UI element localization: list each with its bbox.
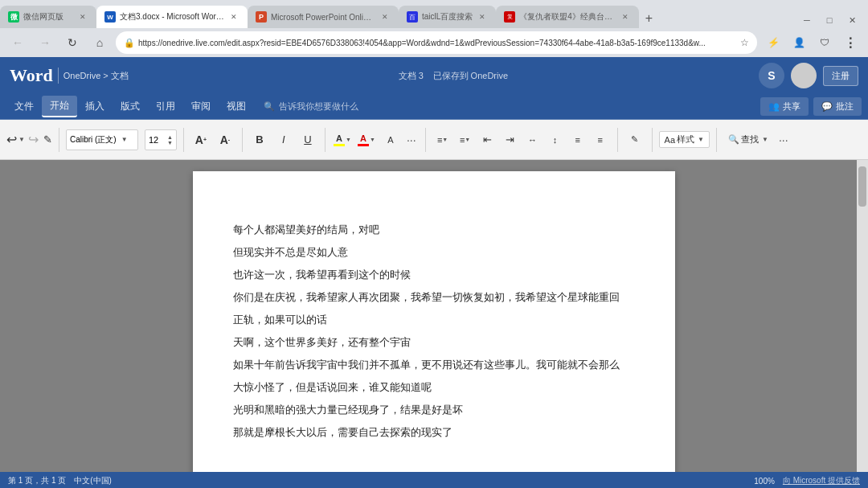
maximize-button[interactable]: □ [818, 12, 841, 28]
reload-button[interactable]: ↻ [61, 31, 84, 54]
forward-button[interactable]: → [34, 31, 56, 54]
document-title: 文档 3 已保存到 OneDrive [141, 69, 759, 82]
comment-button[interactable]: 💬 批注 [813, 97, 862, 116]
shield-icon[interactable]: 🛡 [813, 31, 836, 54]
address-bar[interactable]: 🔒 https://onedrive.live.com/edit.aspx?re… [116, 31, 757, 54]
onedrive-path[interactable]: OneDrive > 文档 [63, 70, 129, 82]
ribbon-divider-4 [325, 128, 326, 152]
highlight-dropdown-icon[interactable]: ▼ [346, 137, 351, 142]
profile-icon[interactable]: 👤 [788, 31, 810, 54]
signin-button[interactable]: 注册 [823, 66, 858, 86]
extensions-icon[interactable]: ⚡ [762, 31, 784, 54]
font-size-decrease-button[interactable]: A- [215, 129, 235, 150]
align-left-button[interactable]: ≡ [567, 129, 588, 150]
bullet-list-button[interactable]: ≡ ▼ [432, 129, 453, 150]
word-header: Word OneDrive > 文档 文档 3 已保存到 OneDrive S … [0, 57, 868, 94]
clear-format-button[interactable]: A [380, 129, 401, 150]
tab-word[interactable]: W 文档3.docx - Microsoft Word ... ✕ [96, 6, 248, 28]
tell-me-search[interactable]: 🔍 告诉我你想要做什么 [264, 100, 358, 113]
tab-ppt-label: Microsoft PowerPoint Online ... [271, 13, 375, 22]
menu-view[interactable]: 视图 [219, 96, 254, 117]
menu-references[interactable]: 引用 [148, 96, 183, 117]
menu-layout[interactable]: 版式 [113, 96, 148, 117]
menu-insert[interactable]: 插入 [77, 96, 113, 117]
address-text: https://onedrive.live.com/edit.aspx?resi… [138, 39, 735, 47]
skype-button[interactable]: S [759, 63, 784, 88]
styles-button[interactable]: Aa 样式 ▼ [659, 131, 710, 148]
find-dropdown-icon[interactable]: ▼ [762, 136, 768, 143]
text-direction-button[interactable]: ↔ [522, 129, 543, 150]
user-avatar[interactable] [791, 63, 817, 88]
highlight-color-button[interactable]: A ▼ [332, 129, 353, 150]
vertical-scrollbar[interactable] [857, 160, 868, 472]
indent-increase-button[interactable]: ⇥ [500, 129, 521, 150]
bold-button[interactable]: B [249, 129, 270, 150]
tab-baidu-close[interactable]: ✕ [477, 11, 488, 23]
word-app: Word OneDrive > 文档 文档 3 已保存到 OneDrive S … [0, 57, 868, 160]
font-size-arrows: ▲▼ [167, 134, 173, 146]
numbered-list-button[interactable]: ≡ ▼ [455, 129, 476, 150]
movie-tab-icon: 复 [504, 11, 515, 23]
more-format-button[interactable]: ··· [404, 133, 419, 146]
bookmark-icon[interactable]: ☆ [740, 37, 749, 48]
italic-button[interactable]: I [273, 129, 294, 150]
new-tab-button[interactable]: + [639, 9, 658, 28]
share-button[interactable]: 👥 共享 [760, 97, 809, 116]
align-center-button[interactable]: ≡ [590, 129, 611, 150]
document-scroll-area[interactable]: 每个人都渴望美好的结局，对吧 但现实并不总是尽如人意 也许这一次，我希望再看到这… [0, 160, 868, 472]
scrollbar-thumb[interactable] [858, 166, 866, 207]
font-size-increase-button[interactable]: A+ [190, 129, 211, 150]
tab-movie-close[interactable]: ✕ [620, 11, 631, 23]
numbered-list-dropdown[interactable]: ▼ [465, 137, 470, 142]
menu-review[interactable]: 审阅 [183, 96, 219, 117]
font-color-button[interactable]: A ▼ [356, 129, 377, 150]
undo-button[interactable]: ↩ [6, 132, 17, 147]
status-left: 第 1 页，共 1 页 中文(中国) [8, 475, 112, 486]
word-tab-icon: W [104, 11, 116, 23]
close-button[interactable]: ✕ [841, 12, 863, 28]
paragraph-spacing-button[interactable]: ↕ [545, 129, 566, 150]
format-clear-ribbon-button[interactable]: ✎ [624, 129, 645, 150]
tab-ppt-close[interactable]: ✕ [379, 11, 391, 23]
font-size-select[interactable]: 12 ▲▼ [145, 129, 177, 150]
bullet-list-dropdown[interactable]: ▼ [442, 137, 448, 142]
minimize-button[interactable]: ─ [796, 12, 818, 28]
wechat-tab-icon: 微 [8, 11, 19, 23]
tell-me-label: 告诉我你想要做什么 [279, 100, 358, 113]
tab-baidu-label: taiclL百度搜索 [422, 11, 473, 23]
doc-line-5: 天啊，这个世界多美好，还有整个宇宙 [233, 332, 635, 353]
format-painter-button[interactable]: ✎ [43, 133, 52, 146]
doc-line-4: 你们是在庆祝，我希望家人再次团聚，我希望一切恢复如初，我希望这个星球能重回 [233, 287, 635, 308]
tab-wechat[interactable]: 微 微信网页版 ✕ [0, 6, 96, 28]
menu-file[interactable]: 文件 [6, 96, 42, 117]
tab-wechat-close[interactable]: ✕ [77, 11, 88, 23]
font-color-dropdown-icon[interactable]: ▼ [370, 137, 375, 142]
document-page[interactable]: 每个人都渴望美好的结局，对吧 但现实并不总是尽如人意 也许这一次，我希望再看到这… [193, 171, 675, 472]
home-button[interactable]: ⌂ [88, 31, 111, 54]
redo-button[interactable]: ↪ [28, 132, 39, 147]
back-button[interactable]: ← [6, 31, 29, 54]
page-info: 第 1 页，共 1 页 [8, 475, 66, 486]
clear-format-icon: A [387, 135, 393, 145]
document-content[interactable]: 每个人都渴望美好的结局，对吧 但现实并不总是尽如人意 也许这一次，我希望再看到这… [233, 219, 635, 443]
tab-ppt[interactable]: P Microsoft PowerPoint Online ... ✕ [248, 6, 399, 28]
indent-decrease-button[interactable]: ⇤ [477, 129, 498, 150]
doc-line-1: 每个人都渴望美好的结局，对吧 [233, 219, 635, 240]
tab-baidu[interactable]: 百 taiclL百度搜索 ✕ [399, 6, 496, 28]
font-family-select[interactable]: Calibri (正文) ▼ [66, 129, 138, 150]
styles-dropdown-icon[interactable]: ▼ [698, 136, 704, 143]
tab-movie[interactable]: 复 《复仇者联盟4》经典台词_R... ✕ [496, 6, 639, 28]
feedback-link[interactable]: 向 Microsoft 提供反馈 [783, 475, 860, 486]
browser-chrome: 微 微信网页版 ✕ W 文档3.docx - Microsoft Word ..… [0, 0, 868, 57]
browser-menu-icon[interactable]: ⋮ [839, 31, 862, 54]
underline-button[interactable]: U [297, 129, 318, 150]
tab-word-close[interactable]: ✕ [228, 11, 240, 23]
saved-status: 已保存到 OneDrive [433, 71, 509, 80]
find-icon: 🔍 [728, 134, 739, 145]
status-right: 100% 向 Microsoft 提供反馈 [754, 475, 860, 486]
menu-home[interactable]: 开始 [42, 96, 77, 117]
more-tools-button[interactable]: ··· [776, 133, 791, 146]
undo-dropdown-icon[interactable]: ▼ [18, 136, 25, 143]
find-button[interactable]: 🔍 查找 ▼ [723, 132, 773, 147]
document-area: 每个人都渴望美好的结局，对吧 但现实并不总是尽如人意 也许这一次，我希望再看到这… [0, 160, 868, 472]
